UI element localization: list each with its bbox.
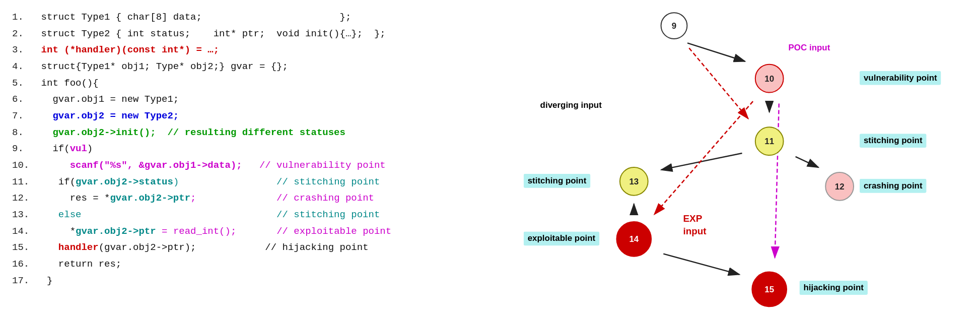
line-content: struct{Type1* obj1; Type* obj2;} gvar = …	[30, 58, 288, 75]
line-number: 4.	[12, 58, 30, 75]
line-number: 16.	[12, 256, 35, 273]
line-content: struct Type2 { int status; int* ptr; voi…	[30, 26, 386, 42]
line-number: 11.	[12, 174, 35, 191]
line-content: gvar.obj1 = new Type1;	[30, 91, 179, 108]
graph-edge	[796, 157, 819, 167]
code-line: 7. gvar.obj2 = new Type2;	[12, 108, 476, 124]
code-line: 3. int (*handler)(const int*) = …;	[12, 42, 476, 58]
graph-label: crashing point	[860, 179, 980, 209]
code-line: 14. *gvar.obj2->ptr = read_int(); // exp…	[12, 223, 476, 240]
code-panel: 1. struct Type1 { char[8] data; };2. str…	[0, 0, 488, 317]
graph-edge	[687, 43, 745, 61]
code-line: 9. if(vul)	[12, 141, 476, 157]
line-number: 7.	[12, 108, 30, 124]
line-number: 1.	[12, 9, 30, 26]
code-line: 1. struct Type1 { char[8] data; };	[12, 9, 476, 26]
line-content: if(vul)	[30, 141, 93, 157]
line-content: }	[35, 273, 52, 289]
code-line: 17. }	[12, 273, 476, 289]
graph-node-label: 9	[672, 21, 676, 31]
line-content: gvar.obj2->init(); // resulting differen…	[30, 124, 345, 141]
line-content: *gvar.obj2->ptr = read_int(); // exploit…	[35, 223, 391, 240]
line-content: else // stitching point	[35, 207, 380, 223]
graph-node-label: 10	[764, 74, 774, 84]
code-line: 6. gvar.obj1 = new Type1;	[12, 91, 476, 108]
line-number: 9.	[12, 141, 30, 157]
graph-label: POC input	[785, 41, 905, 71]
graph-label: diverging input	[536, 98, 657, 129]
graph-node-label: 15	[764, 285, 774, 294]
line-content: res = *gvar.obj2->ptr; // crashing point	[35, 190, 374, 207]
line-number: 8.	[12, 124, 30, 141]
code-line: 5. int foo(){	[12, 75, 476, 92]
line-content: int (*handler)(const int*) = …;	[30, 42, 219, 58]
line-number: 3.	[12, 42, 30, 58]
line-number: 10.	[12, 157, 35, 174]
graph-panel: 9101113121415 diverging inputPOC inputEX…	[488, 0, 980, 317]
line-number: 2.	[12, 26, 30, 42]
graph-node-label: 12	[835, 182, 845, 192]
line-number: 13.	[12, 207, 35, 223]
line-content: gvar.obj2 = new Type2;	[30, 108, 179, 124]
code-line: 16. return res;	[12, 256, 476, 273]
line-content: struct Type1 { char[8] data; };	[30, 9, 352, 26]
graph-edge	[663, 254, 739, 275]
line-content: return res;	[35, 256, 121, 273]
graph-node-label: 11	[764, 137, 774, 146]
graph-edge	[661, 153, 742, 170]
code-line: 8. gvar.obj2->init(); // resulting diffe…	[12, 124, 476, 141]
line-number: 6.	[12, 91, 30, 108]
code-line: 4. struct{Type1* obj1; Type* obj2;} gvar…	[12, 58, 476, 75]
graph-label: EXPinput	[679, 212, 799, 242]
graph-label: stitching point	[860, 134, 980, 164]
line-number: 14.	[12, 223, 35, 240]
code-line: 10. scanf("%s", &gvar.obj1->data); // vu…	[12, 157, 476, 174]
line-content: if(gvar.obj2->status) // stitching point	[35, 174, 380, 191]
graph-label: hijacking point	[799, 281, 920, 311]
graph-edge	[689, 48, 748, 118]
line-number: 12.	[12, 190, 35, 207]
code-line: 2. struct Type2 { int status; int* ptr; …	[12, 26, 476, 42]
code-line: 12. res = *gvar.obj2->ptr; // crashing p…	[12, 190, 476, 207]
graph-label: exploitable point	[524, 231, 644, 262]
graph-label: stitching point	[524, 174, 644, 204]
line-number: 17.	[12, 273, 35, 289]
line-content: int foo(){	[30, 75, 99, 92]
graph-label: vulnerability point	[860, 71, 980, 101]
line-number: 5.	[12, 75, 30, 92]
line-content: scanf("%s", &gvar.obj1->data); // vulner…	[35, 157, 386, 174]
graph-svg: 9101113121415 diverging inputPOC inputEX…	[488, 0, 980, 317]
code-line: 13. else // stitching point	[12, 207, 476, 223]
graph-edge	[654, 101, 753, 214]
code-line: 11. if(gvar.obj2->status) // stitching p…	[12, 174, 476, 191]
line-content: handler(gvar.obj2->ptr); // hijacking po…	[35, 239, 368, 256]
line-number: 15.	[12, 239, 35, 256]
code-line: 15. handler(gvar.obj2->ptr); // hijackin…	[12, 239, 476, 256]
